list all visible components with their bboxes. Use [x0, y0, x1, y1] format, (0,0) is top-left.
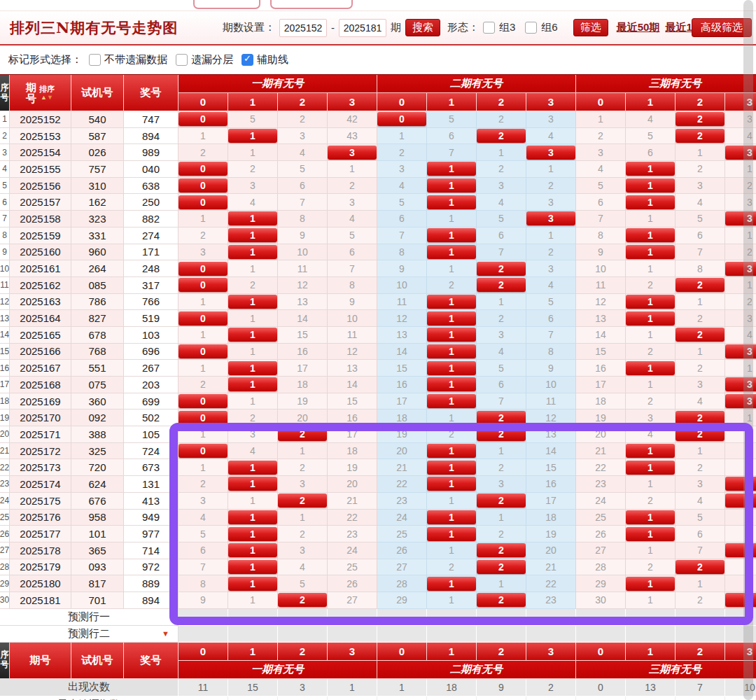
- marked-cell: 1: [427, 228, 476, 242]
- predict-cell[interactable]: [427, 609, 477, 626]
- predict-cell[interactable]: [576, 626, 626, 643]
- subcol-header-2-0: 0: [576, 643, 626, 661]
- cell: 27: [328, 592, 377, 609]
- marked-cell: 2: [676, 129, 724, 143]
- row-index: 3: [0, 144, 10, 161]
- predict-cell[interactable]: [626, 609, 676, 626]
- table-row: 2320251746241312132022131623133: [0, 476, 756, 493]
- vertical-scrollbar[interactable]: [743, 0, 753, 700]
- partial-button-2[interactable]: [270, 0, 353, 9]
- period-column-header[interactable]: 期号 排序▲▼: [10, 75, 71, 111]
- cell: 1: [676, 575, 725, 592]
- predict-cell[interactable]: [676, 609, 725, 626]
- table-row: 120251525407470524205231423: [0, 111, 756, 128]
- predict-cell[interactable]: [278, 626, 328, 643]
- predict-cell[interactable]: [328, 609, 377, 626]
- predict-cell[interactable]: [377, 626, 427, 643]
- cell: 3: [228, 426, 278, 443]
- row-index: 6: [0, 194, 10, 211]
- period-from-input[interactable]: [279, 19, 327, 37]
- marked-cell: 2: [477, 411, 526, 425]
- marked-cell: 1: [427, 295, 476, 309]
- predict-cell[interactable]: [477, 626, 526, 643]
- prize-number-cell: 673: [124, 459, 178, 476]
- cell: 13: [278, 294, 328, 311]
- cell: 4: [676, 493, 725, 510]
- stats-cell: 9: [178, 696, 228, 700]
- row-index: 20: [0, 426, 10, 443]
- mark-option-checkbox-2[interactable]: [241, 54, 253, 66]
- cell: 9: [576, 244, 626, 261]
- cell: 13: [377, 327, 427, 344]
- cell: 15: [377, 360, 427, 377]
- subcol-row: 012301230123: [178, 643, 756, 661]
- table-footer-header: 序号期号试机号奖号012301230123一期有无号二期有无号三期有无号: [0, 643, 756, 679]
- cell: 16: [526, 476, 576, 493]
- predict-cell[interactable]: [676, 626, 725, 643]
- marked-cell: 0: [377, 112, 426, 126]
- marked-cell: 1: [626, 461, 675, 475]
- cell: 2: [178, 227, 228, 244]
- cell: 8: [526, 344, 576, 360]
- predict-cell[interactable]: [228, 626, 278, 643]
- predict-cell[interactable]: [178, 626, 228, 643]
- cell: 3: [526, 211, 576, 227]
- cell: 1: [228, 510, 278, 526]
- cell: 2: [526, 178, 576, 195]
- prize-number-cell: 131: [124, 476, 178, 493]
- test-number-cell: 960: [71, 244, 124, 261]
- marked-cell: 2: [676, 411, 724, 425]
- row-index: 30: [0, 592, 10, 609]
- cell: 27: [377, 559, 427, 576]
- row-index: 29: [0, 575, 10, 592]
- cell: 2: [228, 161, 278, 178]
- zu3-label: 组3: [499, 21, 515, 34]
- page-title: 排列三N期有无号走势图: [10, 18, 178, 38]
- cell: 1: [228, 542, 278, 559]
- row-index: 10: [0, 260, 10, 277]
- stats-cell: 2: [526, 679, 576, 696]
- predict-cell[interactable]: [626, 626, 676, 643]
- zu3-checkbox[interactable]: [483, 22, 495, 34]
- cell: 5: [676, 211, 725, 227]
- table-row: 2620251771019775122325121926162: [0, 526, 756, 542]
- stats-cell: 9: [477, 679, 526, 696]
- cell: 1: [228, 526, 278, 542]
- period-sort-control[interactable]: 期号 排序▲▼: [26, 82, 55, 104]
- cell: 0: [178, 178, 228, 195]
- cell: 5: [178, 526, 228, 542]
- predict-cell[interactable]: [427, 626, 477, 643]
- cell: 16: [278, 344, 328, 360]
- predict-cell[interactable]: [328, 626, 377, 643]
- row-index: 15: [0, 344, 10, 360]
- search-button[interactable]: 搜索: [405, 19, 440, 36]
- stats-cell: 3: [278, 679, 328, 696]
- mark-option-checkbox-1[interactable]: [176, 54, 188, 66]
- predict-cell[interactable]: [228, 609, 278, 626]
- table-row: 82025159331274219571618161: [0, 227, 756, 244]
- test-number-cell: 325: [71, 443, 124, 460]
- cell: 6: [676, 227, 725, 244]
- mark-option-checkbox-0[interactable]: [89, 54, 101, 66]
- predict-cell[interactable]: [526, 626, 576, 643]
- cell: 0: [178, 277, 228, 294]
- cell: 21: [576, 443, 626, 460]
- zu6-checkbox[interactable]: [525, 22, 537, 34]
- predict-cell[interactable]: [576, 609, 626, 626]
- predict-arrow-icon[interactable]: ▼: [162, 629, 169, 638]
- period-cell: 2025179: [10, 559, 71, 576]
- recent-50-link[interactable]: 最近50期: [617, 21, 660, 34]
- partial-button-1[interactable]: [193, 0, 260, 9]
- test-number-cell: 678: [71, 327, 124, 344]
- predict-cell[interactable]: [477, 609, 526, 626]
- period-to-input[interactable]: [339, 19, 386, 37]
- filter-button[interactable]: 筛选: [573, 19, 608, 36]
- marked-cell: 0: [178, 112, 227, 126]
- predict-cell[interactable]: [278, 609, 328, 626]
- marked-cell: 1: [626, 577, 675, 591]
- cell: 2: [477, 559, 526, 576]
- cell: 1: [178, 327, 228, 344]
- predict-cell[interactable]: [377, 609, 427, 626]
- predict-cell[interactable]: [526, 609, 576, 626]
- predict-cell[interactable]: [178, 609, 228, 626]
